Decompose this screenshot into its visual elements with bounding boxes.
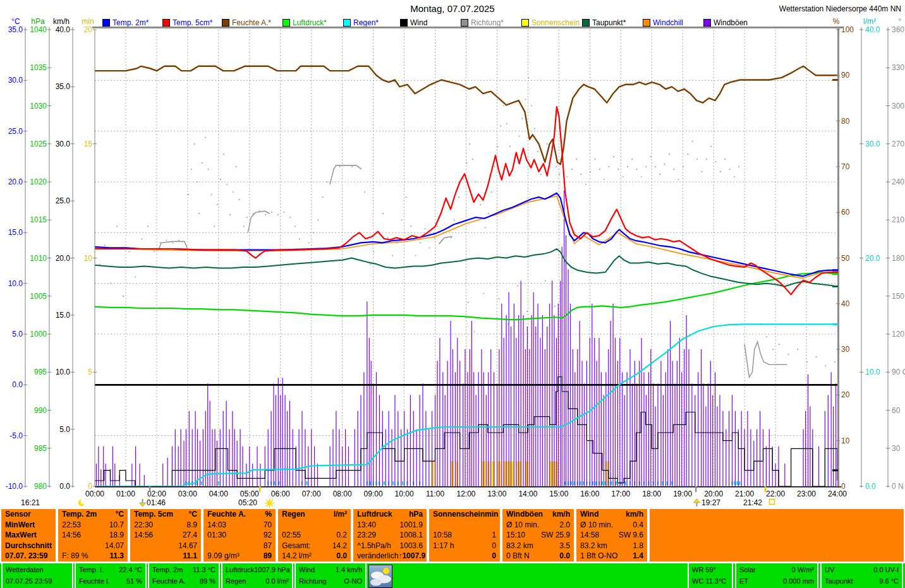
- svg-text:90 O: 90 O: [892, 368, 905, 376]
- astro-time-label: 16:21: [21, 498, 40, 507]
- status-label: ET: [739, 575, 748, 587]
- svg-text:00:00: 00:00: [85, 489, 104, 498]
- cell-label: 14.2 l/m²: [282, 551, 312, 561]
- svg-text:20: 20: [841, 390, 850, 399]
- svg-text:60: 60: [892, 406, 901, 415]
- cell-label: 13:40: [357, 520, 376, 531]
- svg-text:-10.0: -10.0: [6, 482, 23, 491]
- svg-text:21:00: 21:00: [735, 489, 754, 498]
- svg-text:09:00: 09:00: [364, 489, 383, 498]
- svg-text:17:00: 17:00: [611, 489, 630, 498]
- svg-text:980: 980: [34, 482, 47, 491]
- status-label: Wetterdaten: [6, 564, 44, 575]
- svg-text:50: 50: [841, 254, 850, 263]
- svg-text:995: 995: [34, 368, 47, 376]
- astro-time-label: 19:27: [702, 498, 720, 507]
- column-unit: °C: [116, 509, 124, 520]
- table-row-label: Sensor: [1, 509, 56, 520]
- table-column-regen: Regenl/m²02:550.2Gesamt:14.214.2 l/m²0.0: [278, 509, 351, 561]
- cell-label: 22:53: [62, 520, 81, 531]
- svg-text:15:00: 15:00: [549, 489, 568, 498]
- cell-value: 1.8: [633, 541, 643, 551]
- svg-text:985: 985: [34, 444, 47, 453]
- table-row-label: MinWert: [1, 520, 56, 531]
- svg-text:24:00: 24:00: [828, 489, 847, 498]
- svg-text:1025: 1025: [30, 140, 47, 148]
- svg-text:1015: 1015: [30, 215, 47, 224]
- svg-text:16:00: 16:00: [580, 489, 599, 498]
- column-unit: min: [485, 509, 498, 520]
- cell-value: 92: [264, 530, 272, 541]
- svg-text:40: 40: [841, 299, 850, 308]
- status-label: Feuchte A.: [152, 575, 186, 587]
- svg-text:0.0: 0.0: [12, 380, 23, 389]
- cell-value: SW 25.9: [541, 530, 570, 541]
- svg-text:270 W: 270 W: [892, 140, 905, 148]
- svg-text:30: 30: [892, 444, 901, 453]
- status-cell-uv-taupunkt: UV0.0 UV-ITaupunkt9.6 °C: [820, 563, 903, 588]
- svg-text:60: 60: [841, 208, 850, 217]
- svg-text:08:00: 08:00: [333, 489, 352, 498]
- svg-text:15: 15: [84, 140, 93, 148]
- cell-value: 14.67: [178, 541, 197, 551]
- square-icon: [768, 498, 775, 505]
- table-column-windb-en: Windböenkm/hØ 10 min.2.015:10SW 25.983.2…: [502, 509, 574, 561]
- svg-text:330: 330: [892, 63, 904, 72]
- table-column-feuchte-a-: Feuchte A.%14:037001:3092879.09 g/m³89: [203, 509, 276, 561]
- svg-text:10: 10: [841, 436, 850, 445]
- cell-value: 87: [264, 541, 272, 551]
- status-value: 22.4 °C: [119, 564, 142, 575]
- svg-text:240: 240: [892, 177, 904, 186]
- arrow-down-icon: [139, 498, 146, 507]
- table-row-label: 07.07. 23:59: [1, 551, 56, 561]
- astro-time-label: 05:20: [238, 498, 257, 507]
- status-cell-wr-wc: WR 59°WC 11.3°C: [688, 563, 733, 588]
- status-value: 9.6 °C: [879, 575, 899, 587]
- weather-chart: 35.030.025.020.015.010.05.00.0-5.0-10.01…: [0, 0, 905, 509]
- column-name: Wind: [580, 509, 598, 520]
- table-column-luftdruck: LuftdruckhPa13:401001.923:291008.1^1.5hP…: [353, 509, 427, 561]
- cell-label: 15:10: [506, 530, 525, 541]
- svg-text:11:00: 11:00: [426, 489, 444, 498]
- svg-text:10.0: 10.0: [56, 368, 71, 376]
- cell-label: 83.2 km: [580, 541, 607, 551]
- svg-text:40.0: 40.0: [56, 25, 71, 34]
- column-name: Sonnenschein: [433, 509, 485, 520]
- svg-text:14:00: 14:00: [518, 489, 537, 498]
- svg-text:30: 30: [841, 345, 850, 354]
- svg-text:120: 120: [892, 330, 904, 339]
- status-cell-druck-regen: Luftdruck1007.9 hPaRegen0.0 l/m²: [221, 563, 293, 588]
- cell-value: 3.5: [559, 541, 570, 551]
- status-label: Regen: [226, 575, 246, 587]
- cell-value: 1008.1: [399, 530, 423, 541]
- cell-label: 10:58: [433, 530, 452, 541]
- astro-time-label: 21:42: [743, 498, 762, 507]
- cell-label: 22:30: [134, 520, 153, 531]
- status-value: 0.000 mm: [783, 575, 814, 587]
- svg-text:20:00: 20:00: [704, 489, 723, 498]
- cell-value: 1.4: [633, 551, 643, 561]
- svg-text:360 N: 360 N: [892, 25, 905, 34]
- status-value: 1.4 km/h: [336, 564, 362, 575]
- status-label: Temp. 2m: [152, 564, 183, 575]
- column-unit: l/m²: [334, 509, 347, 520]
- svg-text:5: 5: [88, 368, 92, 376]
- svg-text:40.0: 40.0: [865, 25, 880, 34]
- svg-text:1030: 1030: [30, 102, 47, 111]
- status-cell-wind-richtung: Wind1.4 km/hRichtungO-NO: [295, 563, 367, 588]
- status-label: Wind: [299, 564, 315, 575]
- cell-value: 14.2: [332, 541, 347, 551]
- svg-text:13:00: 13:00: [487, 489, 506, 498]
- cell-value: 0.4: [633, 520, 643, 531]
- svg-text:0.0: 0.0: [865, 482, 876, 491]
- svg-text:1035: 1035: [30, 63, 47, 72]
- svg-text:35.0: 35.0: [56, 82, 71, 91]
- column-unit: km/h: [552, 509, 570, 520]
- svg-text:03:00: 03:00: [178, 489, 197, 498]
- svg-text:210: 210: [892, 215, 904, 224]
- svg-text:1000: 1000: [30, 330, 47, 339]
- cell-label: 0 Bft N: [506, 551, 530, 561]
- svg-text:0.0: 0.0: [59, 482, 70, 491]
- svg-text:10.0: 10.0: [865, 368, 880, 376]
- cell-value: 0.0: [559, 551, 570, 561]
